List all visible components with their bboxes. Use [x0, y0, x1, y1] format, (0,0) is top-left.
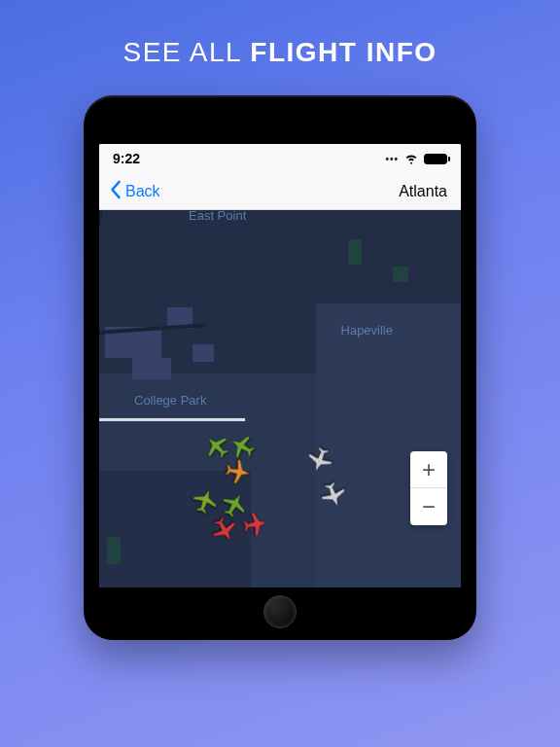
status-time: 9:22 [113, 151, 140, 166]
headline-bold: FLIGHT INFO [250, 37, 437, 67]
runway-line [99, 418, 245, 421]
home-button-icon [263, 595, 297, 628]
nav-bar: Back Atlanta [99, 173, 461, 210]
battery-icon [424, 154, 447, 164]
aircraft-icon[interactable] [224, 457, 253, 486]
map-park [393, 267, 408, 282]
status-bar: 9:22 ••• [99, 144, 461, 173]
cellular-icon: ••• [385, 154, 399, 164]
map-park [107, 537, 121, 564]
zoom-out-button[interactable]: − [410, 488, 447, 525]
map-region [316, 303, 461, 587]
wifi-icon [404, 152, 418, 165]
back-label: Back [125, 183, 160, 200]
page-title: Atlanta [399, 183, 451, 200]
headline-light: SEE ALL [122, 37, 250, 67]
back-button[interactable]: Back [109, 180, 160, 203]
map-block [192, 344, 214, 362]
app-screen: 9:22 ••• Back Atlanta [99, 144, 461, 587]
chevron-left-icon [109, 180, 122, 203]
headline: SEE ALL FLIGHT INFO [122, 37, 437, 68]
aircraft-icon[interactable] [241, 510, 270, 539]
promo-background: SEE ALL FLIGHT INFO 9:22 ••• [0, 0, 560, 747]
zoom-in-button[interactable]: + [410, 451, 447, 488]
tablet-frame: 9:22 ••• Back Atlanta [84, 95, 476, 640]
status-right: ••• [385, 152, 447, 165]
map-block [132, 358, 171, 379]
flight-map[interactable]: East Point Hapeville College Park + − [99, 210, 461, 587]
map-park [348, 239, 362, 265]
zoom-control: + − [410, 451, 447, 525]
